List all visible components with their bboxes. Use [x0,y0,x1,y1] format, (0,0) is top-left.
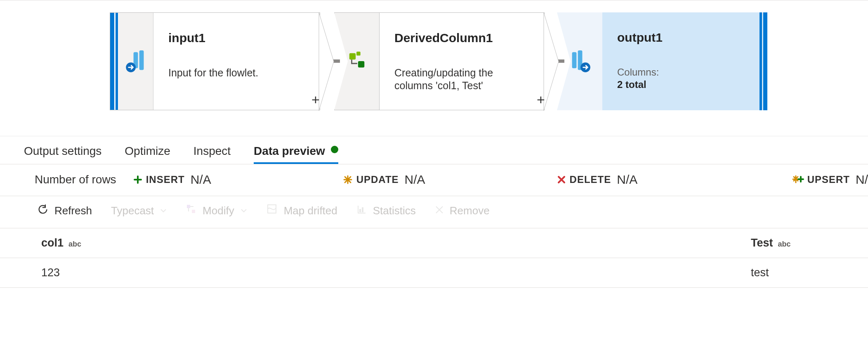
column-header[interactable]: Testabc [751,237,827,249]
upsert-label: UPSERT [807,174,850,185]
node-subtitle: Input for the flowlet. [168,66,305,79]
cell: test [751,266,827,279]
svg-rect-6 [358,61,364,67]
status-dot-icon [331,146,338,153]
typecast-button[interactable]: Typecast [111,204,167,217]
remove-button[interactable]: Remove [435,204,490,217]
tab-inspect[interactable]: Inspect [193,145,231,164]
map-drifted-button[interactable]: Map drifted [267,204,337,218]
tab-data-preview[interactable]: Data preview [254,145,338,164]
type-badge: abc [778,240,791,248]
refresh-button[interactable]: Refresh [37,204,92,218]
node-title: DerivedColumn1 [394,30,529,46]
details-tabs: Output settings Optimize Inspect Data pr… [0,136,868,164]
derived-column-icon [334,12,380,110]
node-output1[interactable]: output1 Columns: 2 total [557,12,767,110]
svg-rect-14 [359,209,361,212]
selection-stripe [110,13,114,110]
selection-stripe [763,12,767,110]
svg-rect-12 [192,210,195,213]
update-label: UPDATE [356,174,399,185]
statistics-button[interactable]: Statistics [356,204,416,218]
node-title: output1 [617,30,752,45]
x-icon [557,176,566,184]
tab-optimize[interactable]: Optimize [125,145,170,164]
map-drifted-icon [267,204,278,218]
svg-rect-8 [572,52,577,68]
svg-rect-15 [362,207,363,212]
insert-label: INSERT [146,174,185,185]
preview-toolbar: Refresh Typecast Modify Map drifted Stat… [0,196,868,228]
svg-rect-11 [187,205,190,208]
svg-rect-4 [349,53,356,59]
type-badge: abc [68,240,81,248]
data-preview-table: col1abc Testabc 123 test [0,228,868,288]
add-step-button[interactable]: + [535,93,547,106]
upsert-icon [793,175,803,184]
row-summary: Number of rows INSERT N/A UPDATE N/A DEL… [0,164,868,196]
delete-label: DELETE [570,174,611,185]
rows-label: Number of rows [35,173,116,186]
update-value: N/A [405,173,425,187]
svg-rect-1 [139,50,144,70]
plus-icon [134,176,142,184]
add-step-button[interactable]: + [309,93,322,106]
cell: 123 [41,266,751,279]
modify-icon [186,204,197,218]
upsert-value: N/ [856,173,868,187]
tab-output-settings[interactable]: Output settings [24,145,101,164]
insert-value: N/A [191,173,211,187]
svg-rect-5 [356,52,361,56]
table-row[interactable]: 123 test [0,258,868,288]
statistics-icon [356,204,367,218]
node-derivedcolumn1[interactable]: DerivedColumn1 Creating/updating the col… [334,12,545,110]
refresh-icon [37,204,49,218]
column-header[interactable]: col1abc [41,237,751,249]
node-input1[interactable]: input1 Input for the flowlet. [110,12,320,110]
node-title: input1 [168,30,305,46]
node-subtitle: Columns: 2 total [617,66,752,91]
delete-value: N/A [617,173,637,187]
chevron-down-icon [240,204,248,217]
dataflow-canvas[interactable]: input1 Input for the flowlet. + DerivedC… [0,0,868,136]
close-icon [435,204,444,217]
flowlet-output-icon [557,12,602,110]
table-header-row: col1abc Testabc [0,228,868,258]
node-subtitle: Creating/updating the columns 'col1, Tes… [394,66,529,92]
chevron-down-icon [160,204,167,217]
modify-button[interactable]: Modify [186,204,248,218]
flowlet-input-icon [118,13,153,110]
asterisk-icon [343,175,352,184]
